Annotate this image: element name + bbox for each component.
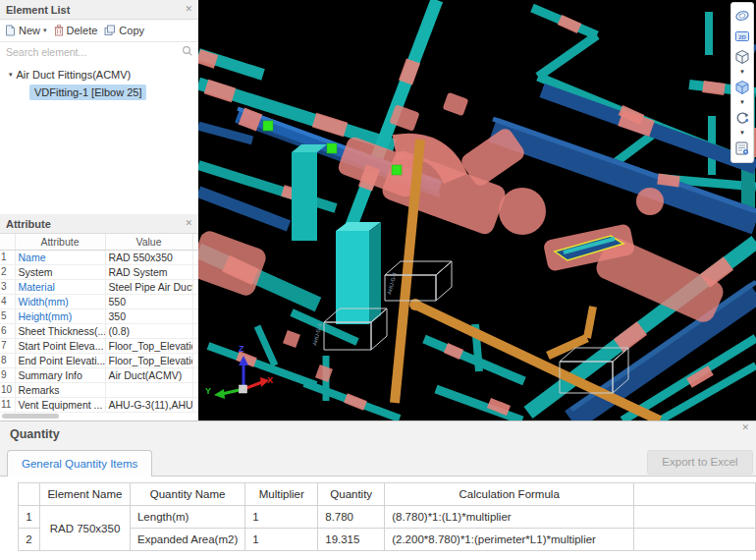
search-icon — [182, 45, 193, 57]
attribute-row[interactable]: 6 Sheet Thickness(... (0.8) — [0, 323, 198, 338]
close-icon[interactable]: ✕ — [185, 5, 192, 14]
attribute-row[interactable]: 10 Remarks — [0, 382, 198, 397]
attribute-num: 2 — [0, 264, 15, 279]
formula-cell: (8.780)*1:(L1)*multiplier — [385, 506, 634, 529]
attribute-value: (0.8) — [105, 323, 192, 338]
quantity-row[interactable]: 1 RAD 750x350 Length(m) 1 8.780 (8.780)*… — [19, 506, 756, 529]
delete-button[interactable]: Delete — [54, 25, 98, 36]
tree-expander-icon[interactable]: ▾ — [9, 71, 13, 79]
copy-icon — [104, 25, 116, 36]
copy-button[interactable]: Copy — [104, 25, 144, 36]
element-list-toolbar: New ▾ Delete — [0, 20, 198, 41]
attribute-title-bar: Attribute ✕ — [0, 214, 198, 234]
value-col-header: Value — [105, 234, 192, 250]
attribute-name: Width(mm) — [15, 294, 105, 308]
orbit-view-button[interactable] — [733, 7, 751, 25]
new-button[interactable]: New ▾ — [5, 25, 47, 36]
cube-filled-icon — [734, 80, 750, 95]
multiplier-cell: 1 — [245, 506, 318, 529]
attribute-num: 9 — [0, 367, 15, 382]
attribute-name: Start Point Eleva... — [15, 338, 105, 353]
2d-view-icon: 2D — [734, 28, 750, 44]
attribute-num: 1 — [0, 250, 15, 264]
attribute-name: Name — [15, 250, 105, 264]
attribute-row[interactable]: 4 Width(mm) 550 — [0, 294, 198, 308]
isometric-dropdown-icon[interactable]: ▾ — [740, 69, 744, 76]
attribute-name: Sheet Thickness(... — [15, 323, 105, 338]
equipment-label: AHU-G-3 — [311, 323, 323, 346]
attribute-name: Height(mm) — [15, 308, 105, 323]
new-dropdown-icon[interactable]: ▾ — [43, 27, 47, 34]
col-quantity: Quantity — [318, 483, 385, 506]
view-toolbar: 2D ▾ ▾ ▾ — [730, 2, 754, 163]
attribute-value — [105, 382, 192, 397]
copy-button-label: Copy — [119, 25, 144, 36]
solid-view-button[interactable] — [733, 79, 751, 96]
element-tree: ▾ Air Duct Fittings(ACMV) VDFitting-1 [E… — [0, 61, 198, 105]
attribute-num: 3 — [0, 279, 15, 294]
report-settings-icon — [734, 140, 750, 156]
attribute-row[interactable]: 3 Material Steel Pipe Air Duct — [0, 279, 198, 294]
attribute-value: Floor_Top_Elevatio... — [105, 338, 192, 353]
attribute-row[interactable]: 2 System RAD System — [0, 264, 198, 279]
3d-viewport-canvas[interactable]: AHU-G-3 AHU-G-3 Z — [198, 0, 756, 420]
selection-handle[interactable] — [327, 143, 337, 153]
attribute-row[interactable]: 1 Name RAD 550x350 — [0, 250, 198, 264]
tab-general-quantity-items[interactable]: General Quantity Items — [7, 450, 152, 476]
element-list-title-bar: Element List ✕ — [0, 0, 198, 20]
col-calculation-formula: Calculation Formula — [385, 483, 634, 506]
attribute-name: Summary Info — [15, 367, 105, 382]
attribute-name: Remarks — [15, 382, 105, 397]
attribute-name: End Point Elevati... — [15, 353, 105, 367]
cube-outline-icon — [734, 49, 750, 65]
axis-y-label: Y — [205, 386, 211, 396]
element-name-cell: RAD 750x350 — [39, 506, 130, 551]
attribute-header-row: Attribute Value — [0, 234, 198, 250]
attribute-name: Material — [15, 279, 105, 294]
selection-handle[interactable] — [392, 165, 402, 175]
attribute-row[interactable]: 11 Vent Equipment ... AHU-G-3(11),AHU-..… — [0, 397, 198, 412]
viewport-3d: AHU-G-3 AHU-G-3 Z — [198, 0, 756, 420]
rotate-dropdown-icon[interactable]: ▾ — [740, 130, 744, 137]
horizontal-scrollbar[interactable] — [2, 414, 59, 419]
attribute-value: Air Duct(ACMV) — [105, 367, 192, 382]
tree-node-vdfitting-selected[interactable]: VDFitting-1 [Elbow 25] — [29, 84, 146, 100]
quantity-header-row: Element Name Quantity Name Multiplier Qu… — [19, 483, 756, 506]
element-list-panel: Element List ✕ New ▾ — [0, 0, 198, 105]
quantity-table: Element Name Quantity Name Multiplier Qu… — [18, 482, 756, 551]
tree-node-label: Air Duct Fittings(ACMV) — [17, 69, 132, 81]
axis-x-label: X — [267, 375, 273, 385]
tree-node-air-duct-fittings[interactable]: ▾ Air Duct Fittings(ACMV) — [0, 66, 198, 83]
quantity-header: Quantity ✕ — [0, 421, 756, 449]
attribute-panel: Attribute ✕ Attribute Value 1 Name RAD 5… — [0, 214, 198, 420]
attribute-name: System — [15, 264, 105, 279]
quantity-cell: 19.315 — [318, 529, 385, 551]
close-icon[interactable]: ✕ — [741, 422, 749, 432]
attribute-row[interactable]: 5 Height(mm) 350 — [0, 308, 198, 323]
attribute-row[interactable]: 8 End Point Elevati... Floor_Top_Elevati… — [0, 353, 198, 367]
export-to-excel-button[interactable]: Export to Excel — [647, 450, 753, 475]
view-settings-button[interactable] — [733, 140, 751, 157]
attribute-value: RAD System — [105, 264, 192, 279]
selection-handle[interactable] — [263, 121, 273, 131]
isometric-view-button[interactable] — [733, 48, 751, 66]
attribute-value: 550 — [105, 294, 192, 308]
2d-view-button[interactable]: 2D — [733, 28, 751, 45]
col-multiplier: Multiplier — [245, 483, 318, 506]
search-input[interactable] — [0, 43, 198, 61]
solid-view-dropdown-icon[interactable]: ▾ — [740, 99, 744, 106]
attribute-num: 8 — [0, 353, 15, 367]
multiplier-cell: 1 — [245, 529, 318, 551]
quantity-table-area: Element Name Quantity Name Multiplier Qu… — [0, 476, 756, 560]
close-icon[interactable]: ✕ — [185, 219, 192, 228]
attribute-row[interactable]: 7 Start Point Eleva... Floor_Top_Elevati… — [0, 338, 198, 353]
rotate-view-button[interactable] — [733, 109, 751, 127]
attribute-num: 4 — [0, 294, 15, 308]
attribute-row[interactable]: 9 Summary Info Air Duct(ACMV) — [0, 367, 198, 382]
quantity-name-cell: Length(m) — [130, 506, 244, 529]
quantity-name-cell: Expanded Area(m2) — [130, 529, 244, 551]
rotate-icon — [734, 110, 750, 126]
new-document-icon — [5, 25, 16, 36]
trash-icon — [54, 25, 64, 36]
quantity-tab-row: General Quantity Items Export to Excel — [0, 449, 756, 476]
